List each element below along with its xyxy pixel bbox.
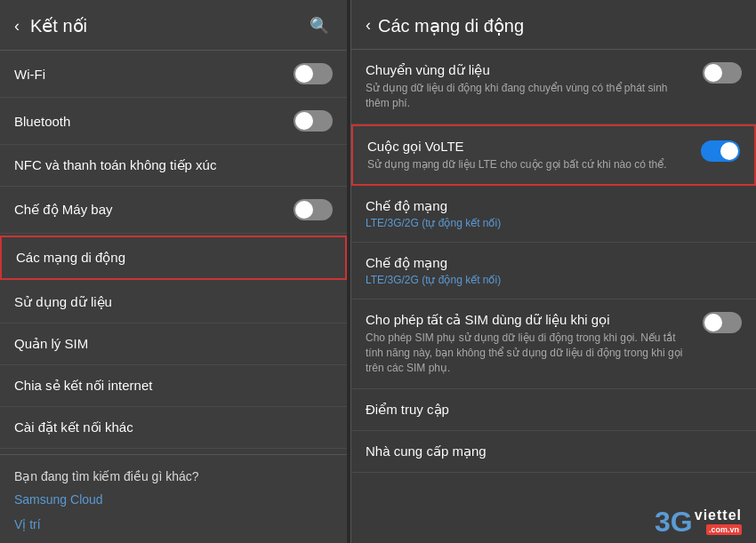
- right-item-allow-all-sim-content: Cho phép tất cả SIM dùng dữ liệu khi gọi…: [366, 312, 703, 375]
- link-location[interactable]: Vị trí: [0, 512, 347, 537]
- right-settings-list: Chuyển vùng dữ liệu Sử dụng dữ liệu di đ…: [351, 50, 756, 500]
- settings-item-bluetooth[interactable]: Bluetooth: [0, 98, 347, 145]
- right-item-network-mode-1-content: Chế độ mạng LTE/3G/2G (tự động kết nối): [366, 198, 742, 229]
- roaming-toggle[interactable]: [703, 62, 742, 84]
- right-panel: ‹ Các mạng di động Chuyển vùng dữ liệu S…: [350, 0, 756, 543]
- right-item-network-mode-1-title: Chế độ mạng: [366, 198, 731, 214]
- header-left: ‹ Kết nối: [7, 13, 87, 39]
- right-item-volte[interactable]: Cuộc gọi VoLTE Sử dụng mạng dữ liệu LTE …: [351, 124, 756, 187]
- settings-item-nfc[interactable]: NFC và thanh toán không tiếp xúc: [0, 145, 347, 187]
- right-item-access-point[interactable]: Điểm truy cập: [351, 389, 756, 431]
- right-item-allow-all-sim-sub: Cho phép SIM phụ sử dụng dữ liệu di động…: [366, 331, 692, 375]
- right-item-volte-content: Cuộc gọi VoLTE Sử dụng mạng dữ liệu LTE …: [367, 139, 701, 172]
- settings-item-bluetooth-label: Bluetooth: [14, 114, 70, 129]
- bluetooth-toggle[interactable]: [294, 110, 333, 132]
- wifi-toggle[interactable]: [294, 63, 333, 84]
- settings-item-airplane[interactable]: Chế độ Máy bay: [0, 187, 347, 234]
- settings-item-data-usage[interactable]: Sử dụng dữ liệu: [0, 282, 347, 323]
- left-panel-title: Kết nối: [30, 15, 87, 36]
- right-item-network-mode-2-title: Chế độ mạng: [366, 255, 731, 271]
- settings-item-hotspot-label: Chia sẻ kết nối internet: [14, 378, 152, 394]
- right-item-allow-all-sim[interactable]: Cho phép tất cả SIM dùng dữ liệu khi gọi…: [351, 299, 756, 388]
- settings-item-mobile-networks-label: Các mạng di động: [16, 250, 125, 266]
- brand-3g-text: 3G: [655, 507, 693, 536]
- settings-item-mobile-networks[interactable]: Các mạng di động: [0, 236, 347, 280]
- settings-item-nfc-label: NFC và thanh toán không tiếp xúc: [14, 157, 216, 173]
- airplane-toggle[interactable]: [294, 199, 333, 220]
- right-item-roaming-sub: Sử dụng dữ liệu di động khi đang chuyển …: [366, 81, 692, 111]
- right-back-button[interactable]: ‹: [358, 12, 378, 38]
- left-settings-list: Wi-Fi Bluetooth NFC và thanh toán không …: [0, 51, 347, 543]
- settings-item-data-usage-label: Sử dụng dữ liệu: [14, 294, 112, 310]
- right-item-network-mode-2-value: LTE/3G/2G (tự động kết nối): [366, 274, 731, 286]
- right-item-network-mode-2-content: Chế độ mạng LTE/3G/2G (tự động kết nối): [366, 255, 742, 286]
- right-item-roaming-title: Chuyển vùng dữ liệu: [366, 62, 692, 78]
- settings-item-wifi[interactable]: Wi-Fi: [0, 51, 347, 98]
- viettel-text: viettel: [695, 508, 742, 523]
- settings-item-airplane-label: Chế độ Máy bay: [14, 202, 113, 218]
- left-panel-header: ‹ Kết nối 🔍: [0, 0, 347, 51]
- volte-toggle[interactable]: [701, 140, 740, 162]
- settings-item-other[interactable]: Cài đặt kết nối khác: [0, 407, 347, 449]
- brand-logo: 3G viettel .com.vn: [655, 507, 742, 536]
- right-panel-header: ‹ Các mạng di động: [351, 0, 756, 50]
- settings-item-other-label: Cài đặt kết nối khác: [14, 419, 133, 435]
- right-item-access-point-title: Điểm truy cập: [366, 402, 731, 418]
- settings-item-sim-mgmt-label: Quản lý SIM: [14, 336, 88, 352]
- brand-viettel-block: viettel .com.vn: [695, 508, 742, 535]
- settings-item-wifi-label: Wi-Fi: [14, 67, 45, 82]
- link-windows[interactable]: Liên kết với Windows: [0, 537, 347, 543]
- right-panel-title: Các mạng di động: [378, 15, 524, 36]
- back-button[interactable]: ‹: [7, 13, 27, 39]
- right-item-network-mode-1[interactable]: Chế độ mạng LTE/3G/2G (tự động kết nối): [351, 186, 756, 243]
- watermark: 3G viettel .com.vn: [351, 500, 756, 543]
- right-item-network-mode-1-value: LTE/3G/2G (tự động kết nối): [366, 217, 731, 229]
- allow-all-sim-toggle[interactable]: [703, 312, 742, 333]
- domain-badge: .com.vn: [706, 524, 742, 535]
- right-item-access-point-content: Điểm truy cập: [366, 402, 742, 418]
- left-panel: ‹ Kết nối 🔍 Wi-Fi Bluetooth NFC và thanh…: [0, 0, 347, 543]
- right-item-volte-title: Cuộc gọi VoLTE: [367, 139, 690, 155]
- right-item-roaming-content: Chuyển vùng dữ liệu Sử dụng dữ liệu di đ…: [366, 62, 703, 111]
- right-item-carrier-title: Nhà cung cấp mạng: [366, 443, 731, 459]
- settings-item-sim-mgmt[interactable]: Quản lý SIM: [0, 323, 347, 365]
- right-item-volte-sub: Sử dụng mạng dữ liệu LTE cho cuộc gọi bấ…: [367, 157, 690, 172]
- settings-item-hotspot[interactable]: Chia sẻ kết nối internet: [0, 365, 347, 407]
- right-item-carrier-content: Nhà cung cấp mạng: [366, 443, 742, 459]
- search-icon[interactable]: 🔍: [306, 12, 333, 39]
- right-item-carrier[interactable]: Nhà cung cấp mạng: [351, 431, 756, 473]
- link-samsung-cloud[interactable]: Samsung Cloud: [0, 487, 347, 512]
- divider: [0, 454, 347, 455]
- search-suggestion-label: Bạn đang tìm kiếm điều gì khác?: [0, 460, 347, 487]
- right-item-allow-all-sim-title: Cho phép tất cả SIM dùng dữ liệu khi gọi: [366, 312, 692, 328]
- right-item-network-mode-2[interactable]: Chế độ mạng LTE/3G/2G (tự động kết nối): [351, 243, 756, 299]
- right-item-roaming[interactable]: Chuyển vùng dữ liệu Sử dụng dữ liệu di đ…: [351, 50, 756, 124]
